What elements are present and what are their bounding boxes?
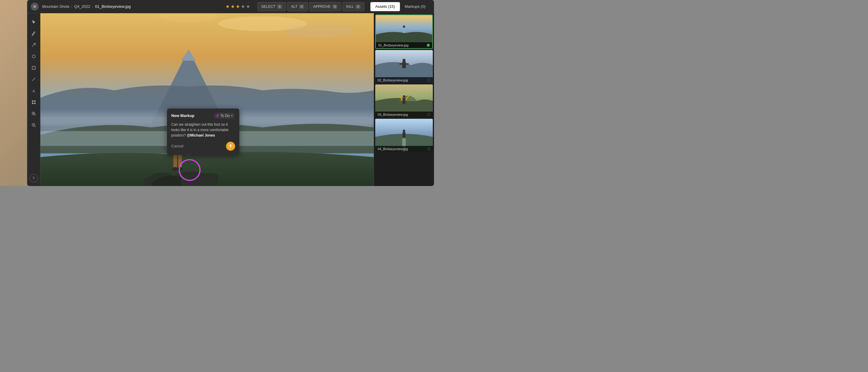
arrow-tool-button[interactable] — [29, 40, 39, 50]
chevron-down-icon: ▾ — [231, 114, 233, 117]
todo-text: To Do — [220, 114, 230, 118]
tab-markups[interactable]: Markups (0) — [400, 2, 430, 11]
asset-name-2: 02_Birdseyeview.jpg — [378, 79, 408, 82]
zoom-out-button[interactable] — [29, 120, 39, 130]
svg-rect-34 — [403, 28, 405, 33]
asset-status-3 — [427, 113, 430, 116]
star-4[interactable]: ★ — [241, 4, 245, 9]
svg-point-9 — [34, 103, 35, 104]
svg-rect-28 — [173, 154, 177, 169]
svg-line-3 — [32, 78, 35, 81]
svg-point-6 — [32, 101, 33, 101]
svg-rect-2 — [32, 66, 35, 69]
left-toolbar: A — [27, 13, 40, 186]
main-image — [40, 13, 374, 186]
toolbar-tools: A — [29, 17, 39, 130]
asset-label-2: 02_Birdseyeview.jpg — [375, 77, 433, 83]
asset-label-3: 03_Birdseyeview.jpg — [375, 112, 433, 118]
svg-point-1 — [32, 55, 35, 58]
star-rating[interactable]: ★ ★ ★ ★ ★ — [225, 4, 250, 9]
kill-count: 0 — [355, 4, 361, 9]
select-tool-button[interactable] — [29, 17, 39, 27]
markup-popup: New Markup To Do ▾ Can we straighten out… — [167, 108, 239, 155]
svg-point-7 — [34, 101, 35, 101]
svg-text:A: A — [32, 89, 35, 93]
breadcrumb-file[interactable]: 01_Birdseyeview.jpg — [95, 4, 131, 9]
pen-tool-button[interactable] — [29, 28, 39, 39]
top-bar: ✕ Mountain Shots › Q4_2022 › 01_Birdseye… — [27, 0, 434, 13]
asset-status-1 — [427, 44, 430, 47]
toolbar-bottom: ? — [30, 174, 38, 182]
main-content: A — [27, 13, 434, 186]
tab-assets[interactable]: Assets (15) — [370, 2, 400, 11]
select-label: SELECT — [261, 4, 276, 9]
popup-header: New Markup To Do ▾ — [171, 113, 235, 119]
svg-point-20 — [281, 24, 355, 38]
asset-thumb-4[interactable]: 04_Birdseyeview.jpg — [375, 119, 433, 152]
asset-thumb-1[interactable]: 01_Birdseyeview.jpg — [375, 14, 433, 49]
breadcrumb-folder[interactable]: Q4_2022 — [74, 4, 90, 9]
breadcrumb-sep-2: › — [92, 5, 93, 8]
svg-rect-37 — [402, 62, 406, 68]
help-icon: ? — [33, 176, 35, 181]
todo-badge[interactable]: To Do ▾ — [214, 113, 235, 119]
asset-name-3: 03_Birdseyeview.jpg — [378, 113, 408, 116]
svg-point-47 — [403, 130, 405, 132]
svg-line-15 — [34, 126, 36, 127]
submit-button[interactable] — [226, 142, 235, 151]
canvas-area[interactable]: New Markup To Do ▾ Can we straighten out… — [40, 13, 374, 186]
alt-button[interactable]: ALT 0 — [287, 2, 308, 11]
rect-tool-button[interactable] — [29, 63, 39, 73]
star-3[interactable]: ★ — [236, 4, 240, 9]
asset-thumb-3[interactable]: 03_Birdseyeview.jpg — [375, 85, 433, 118]
transform-tool-button[interactable] — [29, 97, 39, 107]
asset-label-4: 04_Birdseyeview.jpg — [375, 146, 433, 152]
text-tool-button[interactable]: A — [29, 86, 39, 96]
asset-label-1: 01_Birdseyeview.jpg — [376, 42, 432, 48]
breadcrumb: Mountain Shots › Q4_2022 › 01_Birdseyevi… — [42, 4, 222, 9]
help-button[interactable]: ? — [30, 174, 38, 182]
star-1[interactable]: ★ — [225, 4, 230, 9]
asset-status-4 — [427, 147, 430, 150]
svg-line-0 — [32, 43, 35, 46]
approve-label: APPROVE — [313, 4, 331, 9]
circle-tool-button[interactable] — [29, 51, 39, 62]
star-5[interactable]: ★ — [246, 4, 250, 9]
star-2[interactable]: ★ — [230, 4, 235, 9]
select-button[interactable]: SELECT 0 — [257, 2, 286, 11]
breadcrumb-root[interactable]: Mountain Shots — [42, 4, 69, 9]
kill-label: KILL — [346, 4, 354, 9]
mention: @Michael Jones — [187, 133, 215, 137]
svg-rect-46 — [403, 132, 406, 137]
close-button[interactable]: ✕ — [31, 3, 38, 10]
zoom-in-button[interactable] — [29, 108, 39, 119]
asset-thumb-2[interactable]: 02_Birdseyeview.jpg — [375, 50, 433, 83]
breadcrumb-sep-1: › — [71, 5, 72, 8]
alt-label: ALT — [291, 4, 298, 9]
asset-name-4: 04_Birdseyeview.jpg — [378, 147, 408, 151]
line-tool-button[interactable] — [29, 74, 39, 85]
svg-line-11 — [34, 115, 36, 116]
svg-point-38 — [403, 59, 406, 62]
popup-footer: Cancel — [171, 142, 235, 151]
tab-buttons: Assets (15) Markups (0) — [370, 2, 430, 11]
asset-name-1: 01_Birdseyeview.jpg — [378, 43, 408, 47]
right-panel: 01_Birdseyeview.jpg — [374, 13, 434, 186]
svg-point-8 — [32, 103, 33, 104]
approve-count: 0 — [333, 4, 337, 9]
alt-count: 0 — [299, 4, 304, 9]
popup-text: Can we straighten out this foot so it lo… — [171, 122, 235, 138]
kill-button[interactable]: KILL 0 — [342, 2, 364, 11]
svg-point-35 — [403, 26, 405, 28]
todo-dot — [216, 115, 219, 117]
popup-title: New Markup — [171, 113, 194, 118]
cancel-button[interactable]: Cancel — [171, 144, 183, 148]
svg-rect-41 — [403, 98, 406, 104]
asset-status-2 — [427, 79, 430, 82]
select-count: 0 — [277, 4, 282, 9]
action-buttons: SELECT 0 ALT 0 APPROVE 0 KILL 0 — [257, 2, 364, 11]
svg-point-42 — [403, 95, 405, 98]
approve-button[interactable]: APPROVE 0 — [309, 2, 341, 11]
